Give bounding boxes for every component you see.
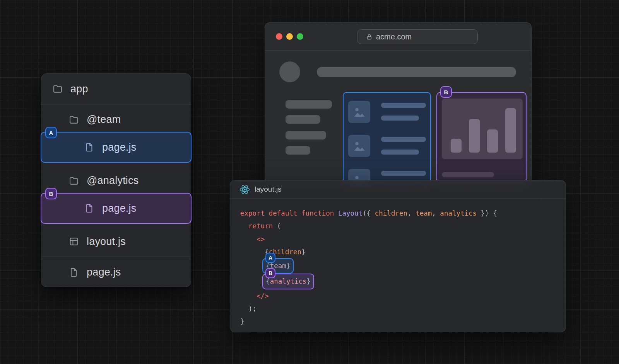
code-line: </> <box>240 289 556 302</box>
browser-window: acme.com A B <box>265 22 532 189</box>
code-token: analytics <box>440 209 477 217</box>
file-label: @team <box>87 114 121 126</box>
url-bar[interactable]: acme.com <box>357 29 478 44</box>
sidebar-skeleton-bar <box>286 131 326 139</box>
code-token <box>240 292 256 299</box>
file-icon <box>68 267 79 278</box>
code-token: } <box>240 318 245 325</box>
file-label: page.js <box>102 141 136 153</box>
folder-icon <box>52 83 63 94</box>
traffic-light-minimize[interactable] <box>286 33 293 40</box>
tree-highlight-b: Bpage.js <box>41 193 192 224</box>
tree-row-content: layout.js <box>41 226 191 257</box>
tree-item--team[interactable]: @team <box>41 104 191 135</box>
avatar <box>279 61 300 82</box>
code-token <box>240 235 256 243</box>
code-token: export <box>240 209 265 217</box>
file-icon <box>84 203 95 214</box>
file-label: app <box>70 83 88 95</box>
tree-row-content: @analytics <box>41 165 191 196</box>
file-label: layout.js <box>87 236 126 248</box>
slot-badge-a: A <box>45 127 57 138</box>
code-token <box>265 209 269 217</box>
nav-skeleton-bar <box>317 67 516 77</box>
code-token <box>240 222 248 230</box>
code-token <box>240 248 265 256</box>
lock-icon <box>366 34 373 40</box>
code-token: ({ <box>363 209 375 217</box>
chart-bar <box>469 119 480 153</box>
code-line: } <box>240 315 556 328</box>
code-token: return <box>248 222 273 230</box>
slot-badge-a: A <box>265 253 275 263</box>
code-token <box>240 262 265 270</box>
tree-item-page-js[interactable]: page.js <box>41 257 191 287</box>
tree-row-content: @team <box>41 104 191 135</box>
react-icon <box>239 184 250 195</box>
text-skeleton-line <box>381 171 426 176</box>
folder-icon <box>68 175 79 186</box>
code-line: return ( <box>240 219 556 232</box>
code-token: ( <box>273 222 281 230</box>
code-token: team <box>416 209 432 217</box>
sidebar-skeleton-bar <box>286 146 310 155</box>
code-token: , <box>407 209 416 217</box>
file-icon <box>84 142 95 153</box>
code-token <box>240 305 248 313</box>
sidebar-skeleton-bar <box>286 115 320 124</box>
analytics-slot-card <box>436 92 527 185</box>
tree-item-page-js[interactable]: Apage.js <box>41 135 191 165</box>
chart-bar <box>487 129 498 153</box>
text-skeleton-line <box>442 172 494 177</box>
code-token: default <box>269 209 298 217</box>
tree-item--analytics[interactable]: @analytics <box>41 165 191 196</box>
code-token: <> <box>256 235 265 243</box>
code-line: B{analytics} <box>240 274 556 289</box>
browser-titlebar: acme.com <box>265 23 531 51</box>
slot-badge-b: B <box>45 188 57 199</box>
code-token <box>240 277 265 285</box>
tree-row-content: app <box>41 74 191 104</box>
editor-tab-title: layout.js <box>255 185 282 194</box>
code-token <box>298 209 302 217</box>
file-tree-panel: app@teamApage.js@analyticsBpage.jslayout… <box>41 73 191 287</box>
text-skeleton-line <box>381 103 426 108</box>
tree-item-app[interactable]: app <box>41 74 191 104</box>
editor-titlebar: layout.js <box>230 180 566 199</box>
code-token: { <box>266 277 270 285</box>
code-token: } <box>301 248 306 256</box>
code-token <box>334 209 338 217</box>
list-item-skeleton <box>348 135 427 157</box>
team-slot-card <box>343 92 431 185</box>
code-token: } <box>286 262 291 270</box>
sidebar-skeleton-bar <box>286 100 332 109</box>
traffic-light-zoom[interactable] <box>297 33 303 40</box>
code-token: analytics <box>270 277 307 285</box>
tree-item-layout-js[interactable]: layout.js <box>41 226 191 257</box>
traffic-light-close[interactable] <box>276 33 282 40</box>
image-placeholder-icon <box>348 135 370 157</box>
text-skeleton-line <box>381 150 419 155</box>
code-token: children <box>375 209 407 217</box>
chart-bar <box>451 139 462 153</box>
folder-icon <box>68 114 79 125</box>
slot-highlight-b: B{analytics} <box>262 274 314 289</box>
image-placeholder-icon <box>348 101 370 123</box>
slot-badge-b: B <box>440 86 452 98</box>
code-token: }) { <box>477 209 497 217</box>
tree-item-page-js[interactable]: Bpage.js <box>41 196 191 226</box>
code-line: A{team} <box>240 258 556 274</box>
url-text: acme.com <box>376 32 412 41</box>
code-token: function <box>301 209 334 217</box>
file-label: @analytics <box>87 175 139 187</box>
text-skeleton-line <box>381 137 426 142</box>
code-editor-panel: layout.js export default function Layout… <box>230 180 566 332</box>
code-token: Layout <box>338 209 363 217</box>
code-area: export default function Layout({ childre… <box>230 199 566 328</box>
code-token: </> <box>256 292 269 299</box>
tree-row-content: page.js <box>41 257 191 287</box>
chart-bar <box>505 108 516 153</box>
text-skeleton-line <box>381 116 419 121</box>
slot-badge-b: B <box>265 268 275 278</box>
code-token: ); <box>248 305 256 313</box>
